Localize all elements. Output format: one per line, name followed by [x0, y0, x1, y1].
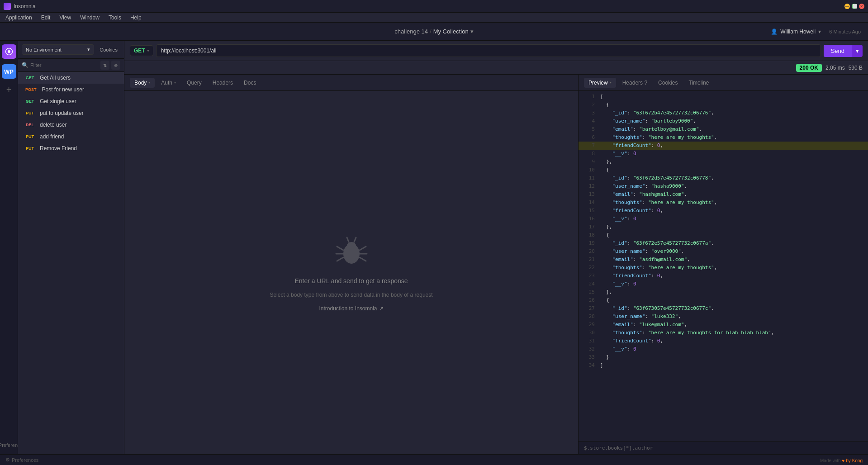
- search-bar: 🔍 ⇅ ⊕: [18, 59, 124, 72]
- search-icon: 🔍: [22, 62, 28, 68]
- json-content: "__v": 0: [600, 345, 864, 353]
- json-content: [: [600, 93, 864, 101]
- request-item-post-for-new-user[interactable]: POSTPost for new user: [18, 84, 124, 95]
- pref-label[interactable]: Preferences: [12, 457, 38, 463]
- line-number: 11: [582, 174, 595, 182]
- request-item-add-friend[interactable]: PUTadd friend: [18, 131, 124, 142]
- line-number: 15: [582, 207, 595, 215]
- line-number: 12: [582, 182, 595, 190]
- request-tab-headers[interactable]: Headers: [208, 78, 237, 88]
- menu-item-tools[interactable]: Tools: [107, 14, 123, 22]
- json-content: "_id": "63f672b47e45727732c06776",: [600, 109, 864, 117]
- menu-item-application[interactable]: Application: [4, 14, 34, 22]
- response-tab-headers[interactable]: Headers ?: [618, 78, 652, 88]
- menu-item-help[interactable]: Help: [128, 14, 143, 22]
- json-content: "thoughts": "here are my thoughts",: [600, 133, 864, 142]
- json-line: 21 "email": "asdfh@mail.com",: [579, 256, 868, 264]
- empty-subtitle: Select a body type from above to send da…: [270, 292, 432, 298]
- preferences-button[interactable]: ⚙ Preferences: [0, 439, 18, 451]
- request-tab-auth[interactable]: Auth▾: [157, 78, 180, 88]
- json-line: 23 "friendCount": 0,: [579, 272, 868, 280]
- line-number: 23: [582, 272, 595, 280]
- json-line: 25 },: [579, 288, 868, 296]
- json-line: 29 "email": "luke@mail.com",: [579, 321, 868, 329]
- close-button[interactable]: ✕: [859, 4, 864, 9]
- user-arrow[interactable]: ▾: [818, 28, 821, 35]
- response-tab-preview[interactable]: Preview▾: [584, 78, 616, 88]
- json-line: 1[: [579, 93, 868, 101]
- request-name: delete user: [40, 122, 66, 128]
- json-line: 9 },: [579, 158, 868, 166]
- env-selector[interactable]: No Environment ▾: [22, 44, 94, 55]
- line-number: 18: [582, 231, 595, 239]
- request-tab-body[interactable]: Body▾: [130, 78, 155, 88]
- menu-item-edit[interactable]: Edit: [39, 14, 52, 22]
- json-viewer[interactable]: 1[2 {3 "_id": "63f672b47e45727732c06776"…: [579, 91, 868, 441]
- svg-point-3: [347, 242, 356, 249]
- external-link-icon: ↗: [379, 305, 384, 312]
- top-bar: challenge 14 / My Collection ▾ 👤 William…: [0, 23, 868, 41]
- send-dropdown-button[interactable]: ▾: [852, 45, 863, 57]
- request-tab-query[interactable]: Query: [182, 78, 206, 88]
- response-tab-timeline[interactable]: Timeline: [684, 78, 713, 88]
- json-line: 20 "user_name": "over9000",: [579, 247, 868, 256]
- tab-dropdown-arrow: ▾: [148, 81, 150, 85]
- line-number: 14: [582, 199, 595, 207]
- svg-point-1: [8, 50, 10, 53]
- json-content: "thoughts": "here are my thoughts for bl…: [600, 329, 864, 337]
- method-badge: GET: [24, 75, 36, 81]
- breadcrumb-arrow[interactable]: ▾: [470, 28, 474, 35]
- request-item-put-to-update-user[interactable]: PUTput to update user: [18, 107, 124, 119]
- json-line: 7 "friendCount": 0,: [579, 142, 868, 150]
- request-tabs: Body▾Auth▾QueryHeadersDocs: [124, 75, 578, 91]
- username: William Howell: [780, 28, 816, 35]
- json-line: 2 {: [579, 101, 868, 109]
- json-content: "email": "luke@mail.com",: [600, 321, 864, 329]
- url-input[interactable]: [156, 44, 821, 57]
- request-panel: Body▾Auth▾QueryHeadersDocs: [124, 75, 579, 454]
- method-badge: PUT: [24, 133, 36, 140]
- json-line: 18 {: [579, 231, 868, 239]
- request-tab-docs[interactable]: Docs: [239, 78, 261, 88]
- workspace-button[interactable]: WP: [2, 64, 16, 79]
- send-button[interactable]: Send: [824, 45, 852, 57]
- sort-button[interactable]: ⇅: [100, 61, 109, 70]
- status-row: 200 OK 2.05 ms 590 B: [124, 61, 868, 75]
- minimize-button[interactable]: —: [844, 4, 850, 9]
- maximize-button[interactable]: ⬜: [852, 4, 857, 9]
- json-line: 5 "email": "bartelboy@mail.com",: [579, 125, 868, 133]
- json-content: },: [600, 288, 864, 296]
- request-item-remove-friend[interactable]: PUTRemove Friend: [18, 142, 124, 154]
- menu-item-window[interactable]: Window: [78, 14, 101, 22]
- json-content: "__v": 0: [600, 280, 864, 288]
- line-number: 25: [582, 288, 595, 296]
- line-number: 27: [582, 304, 595, 313]
- response-tab-cookies[interactable]: Cookies: [654, 78, 682, 88]
- svg-line-9: [360, 257, 366, 261]
- add-button[interactable]: +: [2, 82, 16, 97]
- request-item-get-all-users[interactable]: GETGet All users: [18, 72, 124, 84]
- response-tab-dropdown-arrow: ▾: [610, 81, 612, 85]
- add-request-button[interactable]: ⊕: [111, 61, 120, 70]
- json-content: ]: [600, 361, 864, 370]
- line-number: 10: [582, 166, 595, 174]
- method-selector[interactable]: GET ▾: [130, 45, 153, 56]
- svg-line-11: [354, 237, 356, 242]
- jspath-input[interactable]: [584, 445, 863, 451]
- icon-sidebar: WP + ⚙ Preferences: [0, 41, 18, 454]
- intro-link[interactable]: Introduction to Insomnia ↗: [319, 305, 383, 312]
- request-item-delete-user[interactable]: DELdelete user: [18, 119, 124, 131]
- line-number: 13: [582, 190, 595, 199]
- json-content: {: [600, 166, 864, 174]
- tab-dropdown-arrow: ▾: [174, 81, 176, 85]
- response-footer: Made with ♥ by Kong: [579, 441, 868, 454]
- user-info: 👤 William Howell ▾ 6 Minutes Ago: [771, 28, 861, 35]
- json-content: "email": "asdfh@mail.com",: [600, 256, 864, 264]
- search-input[interactable]: [30, 62, 99, 68]
- json-content: }: [600, 353, 864, 361]
- home-button[interactable]: [2, 44, 16, 59]
- request-item-get-single-user[interactable]: GETGet single user: [18, 95, 124, 107]
- content-area: GET ▾ Send ▾ 200 OK 2.05 ms 590 B Body▾A…: [124, 41, 868, 454]
- cookies-button[interactable]: Cookies: [97, 45, 120, 54]
- menu-item-view[interactable]: View: [57, 14, 73, 22]
